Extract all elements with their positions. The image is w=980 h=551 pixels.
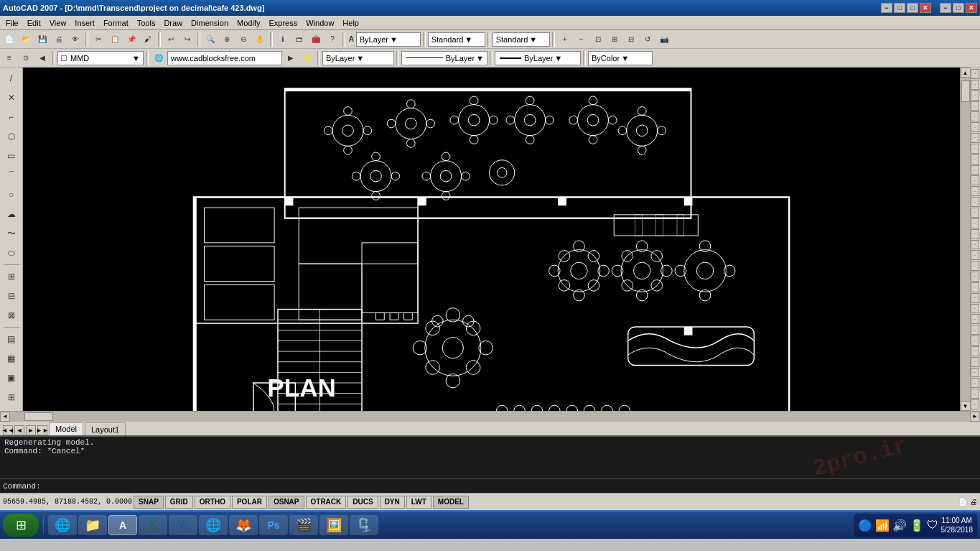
dyn-btn[interactable]: DYN <box>380 496 405 509</box>
menu-format[interactable]: Format <box>99 17 133 29</box>
taskbar-ie[interactable]: 🌐 <box>48 515 77 535</box>
canvas-area[interactable]: 2pro.ir 2pro.ir 2pro.ir 2pro.ir <box>23 68 960 411</box>
matchprop-btn[interactable]: 🖌 <box>140 32 156 47</box>
snap-btn-17[interactable]: · <box>971 240 979 250</box>
region-tool[interactable]: ▣ <box>2 369 21 387</box>
designcenter-btn[interactable]: 🗃 <box>291 32 307 47</box>
snap-btn-12[interactable]: · <box>971 186 979 196</box>
snap-btn-15[interactable]: · <box>971 218 979 228</box>
snap-btn-3[interactable]: · <box>971 91 979 101</box>
help-btn[interactable]: ? <box>325 32 340 47</box>
snap-btn-23[interactable]: · <box>971 304 979 314</box>
scroll-thumb[interactable] <box>961 80 970 102</box>
open-btn[interactable]: 📂 <box>18 32 34 47</box>
rect-tool[interactable]: ▭ <box>2 147 21 165</box>
zoom-realtime-btn[interactable]: 🔍 <box>202 32 218 47</box>
plot-btn[interactable]: 🖨 <box>51 32 67 47</box>
menu-insert[interactable]: Insert <box>70 17 99 29</box>
color-dropdown[interactable]: ByLayer ▼ <box>322 51 394 65</box>
win-close-btn[interactable]: ✕ <box>966 3 977 13</box>
taskbar-winrar[interactable]: 🗜️ <box>350 515 378 535</box>
taskbar-firefox[interactable]: 🦊 <box>229 515 258 535</box>
snap-btn-1[interactable]: · <box>971 69 979 79</box>
snap-btn-25[interactable]: · <box>971 325 979 335</box>
h-scroll-thumb[interactable] <box>24 412 53 421</box>
menu-file[interactable]: File <box>1 17 23 29</box>
line-tool[interactable]: / <box>2 69 21 88</box>
taskbar-vlc[interactable]: 🎬 <box>289 515 318 535</box>
scroll-left-btn[interactable]: ◄ <box>0 412 10 422</box>
lwt-btn[interactable]: LWT <box>406 496 431 509</box>
snap-btn-30[interactable]: · <box>971 378 979 388</box>
tab-model[interactable]: Model <box>49 422 83 435</box>
mtext-tool[interactable]: A <box>2 407 21 411</box>
zoom-out-btn[interactable]: − <box>574 32 589 47</box>
layer-manager-btn[interactable]: ≡ <box>1 50 17 66</box>
taskbar-chrome[interactable]: 🌐 <box>199 515 228 535</box>
snap-btn[interactable]: SNAP <box>134 496 164 509</box>
menu-modify[interactable]: Modify <box>233 17 264 29</box>
snap-btn-32[interactable]: · <box>971 399 979 409</box>
cut-btn[interactable]: ✂ <box>90 32 106 47</box>
snap-btn-27[interactable]: · <box>971 346 979 356</box>
snap-btn-10[interactable]: · <box>971 165 979 175</box>
snap-btn-28[interactable]: · <box>971 357 979 367</box>
app-close-btn[interactable]: ✕ <box>920 3 931 13</box>
spline-tool[interactable]: 〜 <box>2 224 21 243</box>
snap-btn-21[interactable]: · <box>971 282 979 292</box>
menu-window[interactable]: Window <box>302 17 338 29</box>
pan-btn[interactable]: ✋ <box>252 32 268 47</box>
make-block-tool[interactable]: ⊟ <box>2 287 21 305</box>
orbit-btn[interactable]: ↺ <box>640 32 655 47</box>
pline-tool[interactable]: ⌐ <box>2 108 21 126</box>
menu-express[interactable]: Express <box>264 17 302 29</box>
zoom-all-btn[interactable]: ⊡ <box>590 32 606 47</box>
start-button[interactable]: ⊞ <box>3 514 39 537</box>
go-btn[interactable]: ▶ <box>283 50 299 66</box>
layer-state-btn[interactable]: ⊙ <box>18 50 34 66</box>
app-minimize-btn[interactable]: − <box>881 3 892 13</box>
textstyle-dropdown[interactable]: ByLayer ▼ <box>356 32 421 47</box>
web-fav-btn[interactable]: ⭐ <box>299 50 315 66</box>
nav-last-btn[interactable]: ►► <box>37 425 47 435</box>
taskbar-excel[interactable]: X <box>139 515 167 535</box>
taskbar-folder[interactable]: 🖼️ <box>319 515 348 535</box>
win-minimize-btn[interactable]: − <box>940 3 951 13</box>
ortho-btn[interactable]: ORTHO <box>195 496 230 509</box>
nav-next-btn[interactable]: ► <box>26 425 36 435</box>
snap-btn-7[interactable]: · <box>971 133 979 143</box>
menu-edit[interactable]: Edit <box>23 17 45 29</box>
snap-btn-11[interactable]: · <box>971 175 979 185</box>
zoom-3d-btn[interactable]: ⊟ <box>623 32 639 47</box>
app-maximize-btn[interactable]: □ <box>907 3 918 13</box>
zoom-window-btn[interactable]: ⊕ <box>219 32 235 47</box>
tabstyle-dropdown[interactable]: Standard ▼ <box>493 32 550 47</box>
paste-btn[interactable]: 📌 <box>123 32 139 47</box>
nav-prev-btn[interactable]: ◄ <box>14 425 24 435</box>
snap-btn-18[interactable]: · <box>971 250 979 260</box>
snap-btn-24[interactable]: · <box>971 314 979 324</box>
menu-draw[interactable]: Draw <box>159 17 187 29</box>
insert-block-tool[interactable]: ⊞ <box>2 267 21 286</box>
redo-btn[interactable]: ↪ <box>179 32 195 47</box>
polygon-tool[interactable]: ⬡ <box>2 127 21 146</box>
command-input[interactable] <box>44 482 977 491</box>
copy-btn[interactable]: 📋 <box>107 32 123 47</box>
snap-btn-26[interactable]: · <box>971 335 979 346</box>
new-btn[interactable]: 📄 <box>1 32 17 47</box>
snap-btn-19[interactable]: · <box>971 261 979 271</box>
properties-btn[interactable]: ℹ <box>275 32 291 47</box>
otrack-btn[interactable]: OTRACK <box>306 496 347 509</box>
snap-btn-22[interactable]: · <box>971 293 979 303</box>
snap-btn-9[interactable]: · <box>971 154 979 165</box>
scroll-up-btn[interactable]: ▲ <box>961 68 971 78</box>
linetype-dropdown[interactable]: ByLayer ▼ <box>401 51 487 65</box>
dimstyle-dropdown[interactable]: Standard ▼ <box>428 32 485 47</box>
menu-help[interactable]: Help <box>338 17 363 29</box>
snap-btn-13[interactable]: · <box>971 197 979 207</box>
snap-btn-14[interactable]: · <box>971 208 979 218</box>
plotpreview-btn[interactable]: 👁 <box>67 32 83 47</box>
model-btn[interactable]: MODEL <box>433 496 469 509</box>
snap-btn-29[interactable]: · <box>971 368 979 378</box>
lineweight-dropdown[interactable]: ByLayer ▼ <box>495 51 581 65</box>
